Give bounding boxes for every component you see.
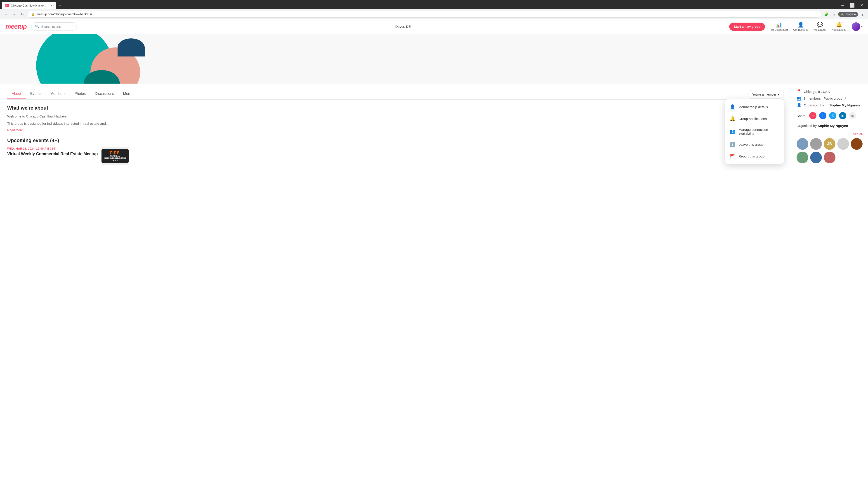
members-grid: JB: [797, 138, 863, 163]
group-notifications-label: Group notifications: [739, 117, 767, 121]
share-twitter-button[interactable]: 𝕏: [829, 112, 836, 119]
user-chevron: ▾: [861, 25, 863, 28]
dropdown-item-membership-details[interactable]: 👤 Membership details: [725, 101, 784, 113]
about-title: What we're about: [7, 105, 784, 111]
maximize-button[interactable]: ⬜: [847, 2, 857, 9]
forward-button[interactable]: →: [11, 11, 17, 18]
nav-tab-more[interactable]: More: [119, 89, 136, 99]
notifications-icon: 🔔: [836, 22, 842, 28]
organizer-prefix-2: Organized by: [797, 124, 817, 128]
search-box[interactable]: 🔍: [31, 22, 77, 31]
group-location-text: Chicago, IL, USA: [804, 90, 830, 94]
nav-item-pro-dashboard[interactable]: 📊 Pro Dashboard: [770, 22, 788, 31]
see-all-link[interactable]: See all: [853, 132, 863, 136]
incognito-label: Incognito: [845, 13, 856, 16]
member-avatar-2: [810, 138, 822, 150]
tab-close-button[interactable]: ✕: [50, 4, 53, 7]
dropdown-item-report-group[interactable]: 🚩 Report this group: [725, 150, 784, 162]
group-meta: 📍 Chicago, IL, USA 👥 8 members · Public …: [797, 89, 863, 107]
notification-dot: [841, 22, 843, 23]
leave-icon: ℹ️: [730, 142, 735, 147]
event-date: WED, MAR 13, 2024, 12:00 AM CST: [7, 147, 98, 150]
member-chevron-icon: ▾: [778, 93, 779, 96]
bell-icon: 🔔: [730, 116, 735, 121]
report-group-label: Report this group: [739, 154, 765, 158]
share-email-button[interactable]: ✉: [849, 112, 856, 119]
reload-button[interactable]: ↻: [19, 11, 25, 18]
organizer-icon: 👤: [797, 103, 802, 107]
minimize-button[interactable]: ─: [839, 2, 847, 9]
address-bar[interactable]: 🔒 meetup.com/chicago-cashflow-hackers/: [27, 11, 822, 18]
share-row: Share: m f 𝕏 in ✉: [797, 112, 863, 119]
notifications-label: Notifications: [832, 28, 846, 31]
connections-icon: 👤: [798, 22, 804, 28]
dropdown-item-leave-group[interactable]: ℹ️ Leave this group: [725, 138, 784, 150]
user-avatar[interactable]: [852, 22, 860, 31]
user-menu[interactable]: ▾: [852, 22, 863, 31]
group-members-text: 8 members · Public group: [804, 96, 842, 100]
content-left: About Events Members Photos Discussions …: [0, 84, 791, 170]
share-meetup-button[interactable]: m: [809, 112, 816, 119]
nav-tab-members[interactable]: Members: [46, 89, 70, 99]
window-controls: ─ ⬜ ✕: [839, 2, 866, 9]
member-button-label: You're a member: [752, 93, 776, 96]
share-label: Share:: [797, 114, 807, 118]
nav-tab-photos[interactable]: Photos: [70, 89, 90, 99]
info-icon: ℹ: [845, 96, 846, 100]
member-avatar-4: [837, 138, 849, 150]
avatar-image: [852, 22, 860, 31]
membership-details-label: Membership details: [739, 105, 768, 109]
tab-favicon: m: [5, 4, 9, 7]
dropdown-item-manage-connections[interactable]: 👥 Manage connection availability: [725, 125, 784, 138]
share-facebook-button[interactable]: f: [819, 112, 827, 119]
nav-tab-about[interactable]: About: [7, 89, 26, 99]
event-title: Virtual Weekly Commercial Real Estate Me…: [7, 152, 98, 156]
upcoming-events-section: Upcoming events (4+) WED, MAR 13, 2024, …: [7, 138, 784, 165]
active-tab[interactable]: m Chicago Cashflow Hackers | Me... ✕: [2, 2, 56, 9]
site-header: meetup 🔍 Dover, DE Start a new group 📊 P…: [0, 20, 868, 34]
hero-area: [0, 34, 868, 84]
search-input[interactable]: [41, 25, 73, 29]
bookmark-button[interactable]: ☆: [831, 11, 836, 18]
nav-item-messages[interactable]: 💬 Messages: [814, 22, 826, 31]
nav-item-notifications[interactable]: 🔔 Notifications: [832, 22, 846, 31]
extensions-button[interactable]: 🧩: [823, 11, 830, 18]
start-group-button[interactable]: Start a new group: [729, 23, 765, 31]
group-organizer-prefix: Organized by: [804, 103, 824, 107]
members-section: See all JB: [797, 132, 863, 163]
about-section: What we're about Welcome to Chicago Cash…: [7, 99, 784, 132]
lock-icon: 🔒: [31, 13, 35, 16]
share-linkedin-button[interactable]: in: [839, 112, 846, 119]
incognito-icon: 🕵: [840, 13, 844, 16]
members-icon: 👥: [797, 96, 802, 101]
incognito-badge: 🕵 Incognito: [838, 12, 858, 17]
read-more-link[interactable]: Read more: [7, 128, 23, 132]
organizer-name: Sophie My Nguyen: [829, 103, 860, 107]
nav-tab-discussions[interactable]: Discussions: [90, 89, 119, 99]
pro-dashboard-label: Pro Dashboard: [770, 28, 788, 31]
member-avatar-5: [851, 138, 863, 150]
browser-actions: 🧩 ☆ 🕵 Incognito ⋮: [823, 11, 865, 18]
fire-badge-main: FIRE: [103, 151, 127, 155]
close-button[interactable]: ✕: [857, 2, 866, 9]
nav-items: 📊 Pro Dashboard 👤 Connections 💬 Messages…: [770, 22, 863, 31]
menu-button[interactable]: ⋮: [860, 11, 865, 18]
member-button[interactable]: You're a member ▾: [747, 90, 784, 99]
member-avatar-8: [824, 152, 835, 163]
organizer-name-2: Sophie My Nguyen: [817, 124, 848, 128]
dropdown-item-group-notifications[interactable]: 🔔 Group notifications: [725, 113, 784, 125]
member-btn-wrapper: You're a member ▾ 👤 Membership details 🔔…: [747, 90, 784, 99]
nav-item-connections[interactable]: 👤 Connections: [793, 22, 808, 31]
member-avatar-6: [797, 152, 808, 163]
back-button[interactable]: ←: [3, 11, 9, 18]
event-info: WED, MAR 13, 2024, 12:00 AM CST Virtual …: [7, 147, 98, 156]
meetup-logo[interactable]: meetup: [5, 23, 27, 30]
new-tab-button[interactable]: +: [57, 2, 63, 9]
page-body: About Events Members Photos Discussions …: [0, 84, 868, 170]
connections-label: Connections: [793, 28, 808, 31]
nav-tab-events[interactable]: Events: [26, 89, 46, 99]
leave-group-label: Leave this group: [739, 142, 764, 147]
about-text-2: This group is designed for individuals i…: [7, 121, 784, 126]
fire-badge: FIRE FINANCIAL INDEPENDENCE, RETIRE EARL…: [101, 149, 129, 163]
event-card[interactable]: WED, MAR 13, 2024, 12:00 AM CST Virtual …: [7, 147, 784, 165]
